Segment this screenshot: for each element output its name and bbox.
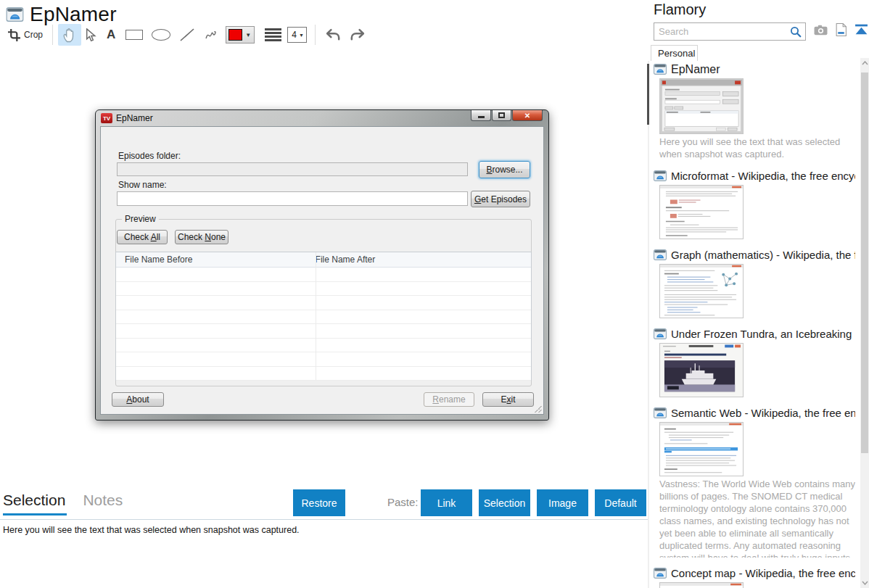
table-row xyxy=(116,367,531,381)
list-item[interactable]: Concept map - Wikipedia, the free encycl… xyxy=(654,566,855,588)
browse-button[interactable]: Browse... xyxy=(479,161,530,178)
minimize-button[interactable] xyxy=(471,110,491,121)
camera-icon[interactable] xyxy=(814,25,828,36)
bottom-tabs: Selection Notes xyxy=(3,492,124,515)
button-label: Exit xyxy=(501,394,515,405)
hand-tool-button[interactable] xyxy=(58,24,81,46)
maximize-button[interactable] xyxy=(492,110,511,121)
episodes-folder-input[interactable] xyxy=(117,162,468,176)
main-panel: EpNamer Crop A xyxy=(0,0,648,588)
text-icon: A xyxy=(107,28,115,42)
list-item[interactable]: EpNamer xyxy=(654,62,855,160)
column-header-before[interactable]: File Name Before xyxy=(116,254,316,265)
tab-personal[interactable]: Personal xyxy=(651,45,698,61)
selection-text: Here you will see the text that was sele… xyxy=(3,525,300,535)
paste-selection-button[interactable]: Selection xyxy=(479,489,530,516)
scroll-up-icon[interactable] xyxy=(862,61,868,65)
scroll-down-icon[interactable] xyxy=(862,581,868,585)
crop-button[interactable]: Crop xyxy=(4,24,47,46)
paste-default-button[interactable]: Default xyxy=(595,489,646,516)
exit-button[interactable]: Exit xyxy=(482,392,534,407)
list-item[interactable]: Semantic Web - Wikipedia, the free encyc… xyxy=(654,406,855,558)
check-none-button[interactable]: Check None xyxy=(175,230,228,244)
snapshot-title: Concept map - Wikipedia, the free encycl… xyxy=(671,567,855,579)
snapshot-title-row[interactable]: EpNamer xyxy=(654,62,855,76)
size-dropdown[interactable]: 4 ▼ xyxy=(287,27,307,43)
button-label: Rename xyxy=(432,394,465,405)
button-label: Get Episodes xyxy=(474,194,527,204)
snapshot-title-row[interactable]: Semantic Web - Wikipedia, the free encyc… xyxy=(654,406,855,420)
text-tool-button[interactable]: A xyxy=(101,24,121,46)
flamory-sidebar: Flamory Personal EpNamer xyxy=(653,0,860,588)
list-item[interactable]: Graph (mathematics) - Wikipedia, the fre… xyxy=(654,248,855,318)
list-item[interactable]: Under Frozen Tundra, an Icebreaking Ship… xyxy=(654,327,855,397)
redo-button[interactable] xyxy=(345,24,370,46)
line-width-button[interactable] xyxy=(265,28,281,41)
note-icon[interactable] xyxy=(836,23,847,36)
flamory-snapshot-icon xyxy=(654,568,667,579)
webpage-thumbnail-image xyxy=(660,423,743,476)
show-name-label: Show name: xyxy=(118,180,167,190)
hand-icon xyxy=(62,27,77,43)
rectangle-icon xyxy=(125,30,143,40)
color-picker-button[interactable]: ▼ xyxy=(226,26,255,44)
flamory-snapshot-icon xyxy=(654,407,667,418)
tab-notes[interactable]: Notes xyxy=(83,492,124,515)
tv-icon: TV xyxy=(101,113,112,123)
snapshot-thumbnail[interactable] xyxy=(659,264,744,318)
column-divider xyxy=(316,252,316,380)
freehand-icon xyxy=(204,28,217,42)
table-row xyxy=(116,310,531,325)
flamory-snapshot-icon xyxy=(654,64,667,75)
line-icon xyxy=(179,28,195,42)
sidebar-scrollbar-thumb[interactable] xyxy=(861,73,868,453)
rectangle-tool-button[interactable] xyxy=(121,24,147,46)
table-row xyxy=(116,282,531,297)
snapshot-list: EpNamer xyxy=(654,62,855,588)
snapshot-title-row[interactable]: Concept map - Wikipedia, the free encycl… xyxy=(654,566,855,580)
line-tool-button[interactable] xyxy=(175,24,199,46)
freehand-tool-button[interactable] xyxy=(199,24,221,46)
snapshot-title-row[interactable]: Graph (mathematics) - Wikipedia, the fre… xyxy=(654,248,855,262)
maximize-icon xyxy=(498,112,505,118)
check-all-button[interactable]: Check All xyxy=(117,230,168,244)
paste-image-button[interactable]: Image xyxy=(537,489,588,516)
main-scrollbar-track[interactable] xyxy=(648,61,649,588)
flamory-snapshot-icon xyxy=(654,328,667,339)
window-controls: ✕ xyxy=(471,110,543,121)
snapshot-title-row[interactable]: Under Frozen Tundra, an Icebreaking Ship… xyxy=(654,327,855,341)
column-header-after[interactable]: File Name After xyxy=(316,254,376,265)
main-scrollbar-thumb[interactable] xyxy=(647,64,649,125)
select-tool-button[interactable] xyxy=(81,24,101,46)
list-item[interactable]: Microformat - Wikipedia, the free encycl… xyxy=(654,169,855,239)
tab-selection[interactable]: Selection xyxy=(3,492,67,515)
annotation-toolbar: Crop A ▼ xyxy=(4,23,370,46)
scroll-to-top-icon[interactable] xyxy=(854,24,868,35)
about-button[interactable]: About xyxy=(112,392,164,407)
paste-label: Paste: xyxy=(387,496,419,508)
snapshot-thumbnail[interactable] xyxy=(659,185,744,239)
search-input[interactable] xyxy=(654,23,783,40)
button-label: Browse... xyxy=(486,165,522,175)
undo-button[interactable] xyxy=(321,24,345,46)
snapshot-thumbnail[interactable] xyxy=(659,422,744,476)
rename-button[interactable]: Rename xyxy=(424,392,474,407)
get-episodes-button[interactable]: Get Episodes xyxy=(471,191,530,207)
close-icon: ✕ xyxy=(524,112,530,120)
close-button[interactable]: ✕ xyxy=(512,110,543,121)
dropdown-arrow-icon: ▼ xyxy=(299,33,304,38)
preview-table: File Name Before File Name After xyxy=(115,252,532,381)
snapshot-thumbnail[interactable] xyxy=(659,78,744,134)
restore-button[interactable]: Restore xyxy=(293,489,345,516)
snapshot-title-row[interactable]: Microformat - Wikipedia, the free encycl… xyxy=(654,169,855,183)
search-icon[interactable] xyxy=(790,26,802,38)
button-label: About xyxy=(126,394,149,405)
resize-grip[interactable] xyxy=(535,405,542,413)
snapshot-thumbnail[interactable] xyxy=(659,343,744,397)
show-name-input[interactable] xyxy=(117,191,468,206)
paste-link-button[interactable]: Link xyxy=(421,489,472,516)
ellipse-tool-button[interactable] xyxy=(147,24,175,46)
snapshot-thumbnail[interactable] xyxy=(659,582,744,588)
ellipse-icon xyxy=(152,29,170,41)
dropdown-arrow-icon: ▼ xyxy=(242,32,254,38)
